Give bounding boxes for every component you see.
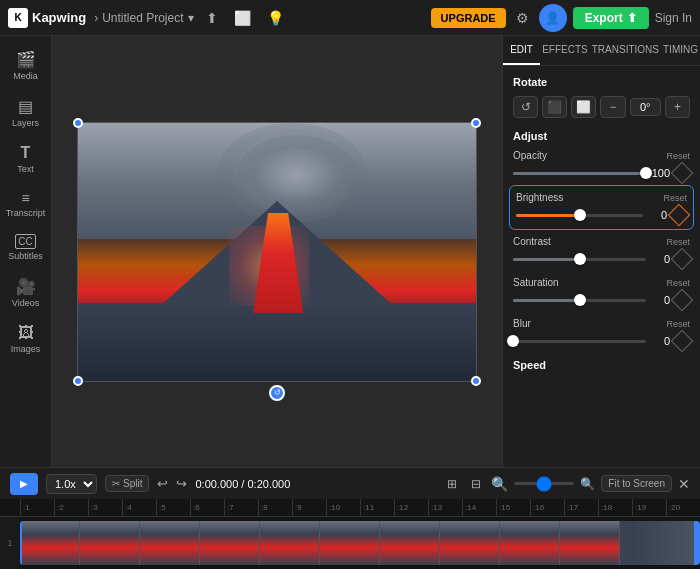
saturation-keyframe-button[interactable] (671, 289, 694, 312)
videos-icon: 🎥 (16, 277, 36, 296)
zoom-out-button[interactable]: 🔍 (491, 476, 508, 492)
clip-trim-icon[interactable]: ⊟ (467, 473, 485, 495)
opacity-keyframe-button[interactable] (671, 162, 694, 185)
share-icon[interactable]: ⬆ (202, 6, 222, 30)
flip-v-button[interactable]: ⬜ (571, 96, 596, 118)
export-button[interactable]: Export ⬆ (573, 7, 649, 29)
tab-edit[interactable]: EDIT (503, 36, 540, 65)
sidebar-item-transcript[interactable]: ≡ Transcript (4, 184, 48, 224)
contrast-slider[interactable] (513, 252, 646, 266)
saturation-reset[interactable]: Reset (666, 278, 690, 288)
ruler-mark: :8 (258, 499, 292, 517)
ruler-mark: :20 (666, 499, 700, 517)
sidebar-item-videos[interactable]: 🎥 Videos (4, 271, 48, 314)
ruler-mark: :2 (54, 499, 88, 517)
contrast-keyframe-button[interactable] (671, 248, 694, 271)
sidebar-item-images[interactable]: 🖼 Images (4, 318, 48, 360)
sidebar-item-layers[interactable]: ▤ Layers (4, 91, 48, 134)
split-label: Split (123, 478, 142, 489)
blur-reset[interactable]: Reset (666, 319, 690, 329)
blur-slider[interactable] (513, 334, 646, 348)
timeline-tracks: 1 (0, 517, 700, 569)
brightness-slider[interactable] (516, 208, 643, 222)
undo-button[interactable]: ↩ (157, 476, 168, 491)
handle-bottom-left[interactable] (73, 376, 83, 386)
bottom-bar: ▶ 1.0x 0.5x 1.5x 2.0x ✂ Split ↩ ↪ 0:00.0… (0, 467, 700, 499)
project-name[interactable]: Untitled Project (102, 11, 183, 25)
brightness-keyframe-button[interactable] (668, 204, 691, 227)
time-current: 0:00.000 (195, 478, 238, 490)
rotate-ccw-button[interactable]: ↺ (513, 96, 538, 118)
tab-effects[interactable]: EFFECTS (540, 36, 590, 65)
speed-section-title: Speed (513, 359, 690, 371)
canvas-area: ↺ (52, 36, 502, 467)
sidebar-item-label: Videos (12, 298, 39, 308)
tab-transitions[interactable]: TRANSITIONS (590, 36, 661, 65)
brightness-reset[interactable]: Reset (663, 193, 687, 203)
blur-row: Blur Reset 0 (513, 318, 690, 349)
track-frame (200, 521, 260, 565)
rotate-plus-button[interactable]: + (665, 96, 690, 118)
logo-icon: K (8, 8, 28, 28)
speed-section: Speed (513, 359, 690, 371)
fit-to-screen-button[interactable]: Fit to Screen (601, 475, 672, 492)
ruler-mark: :16 (530, 499, 564, 517)
layers-icon: ▤ (18, 97, 33, 116)
rotate-value: 0° (630, 98, 661, 116)
playhead[interactable] (20, 521, 22, 565)
ruler-mark: :4 (122, 499, 156, 517)
scissors-icon: ✂ (112, 478, 120, 489)
blur-value: 0 (650, 335, 670, 347)
frame-step-icon[interactable]: ⊞ (443, 473, 461, 495)
handle-top-right[interactable] (471, 118, 481, 128)
track-frame (20, 521, 80, 565)
app-name: Kapwing (32, 10, 86, 25)
opacity-reset[interactable]: Reset (666, 151, 690, 161)
signin-button[interactable]: Sign In (655, 11, 692, 25)
ruler-mark: :17 (564, 499, 598, 517)
speed-select[interactable]: 1.0x 0.5x 1.5x 2.0x (46, 474, 97, 494)
timeline-ruler: :1 :2 :3 :4 :5 :6 :7 :8 :9 :10 :11 :12 :… (0, 499, 700, 517)
track-thumbnail (20, 521, 700, 565)
flip-h-button[interactable]: ⬛ (542, 96, 567, 118)
ruler-mark: :18 (598, 499, 632, 517)
rotate-handle[interactable]: ↺ (269, 385, 285, 401)
track-numbers: 1 (0, 517, 20, 569)
blur-label: Blur (513, 318, 531, 329)
video-track[interactable] (20, 521, 700, 565)
saturation-slider[interactable] (513, 293, 646, 307)
sidebar-item-subtitles[interactable]: CC Subtitles (4, 228, 48, 267)
sidebar-item-label: Images (11, 344, 41, 354)
ruler-mark: :12 (394, 499, 428, 517)
bulb-icon[interactable]: 💡 (263, 6, 288, 30)
video-canvas[interactable]: ↺ (77, 122, 477, 382)
breadcrumb: › Untitled Project ▾ (94, 11, 193, 25)
close-timeline-button[interactable]: ✕ (678, 476, 690, 492)
preview-icon[interactable]: ⬜ (230, 6, 255, 30)
transcript-icon: ≡ (21, 190, 29, 206)
handle-top-left[interactable] (73, 118, 83, 128)
track-frame (320, 521, 380, 565)
handle-bottom-right[interactable] (471, 376, 481, 386)
chevron-down-icon[interactable]: ▾ (188, 11, 194, 25)
rotate-section-title: Rotate (513, 76, 690, 88)
settings-icon[interactable]: ⚙ (512, 6, 533, 30)
rotate-minus-button[interactable]: − (600, 96, 625, 118)
redo-button[interactable]: ↪ (176, 476, 187, 491)
tab-timing[interactable]: TIMING (661, 36, 700, 65)
contrast-reset[interactable]: Reset (666, 237, 690, 247)
track-end-handle[interactable] (694, 521, 700, 565)
sidebar-item-media[interactable]: 🎬 Media (4, 44, 48, 87)
blur-keyframe-button[interactable] (671, 330, 694, 353)
track-frame (440, 521, 500, 565)
track-content[interactable] (20, 517, 700, 569)
opacity-slider[interactable] (513, 166, 646, 180)
ruler-mark: :10 (326, 499, 360, 517)
sidebar-item-text[interactable]: T Text (4, 138, 48, 180)
play-button[interactable]: ▶ (10, 473, 38, 495)
zoom-slider[interactable] (514, 482, 574, 485)
zoom-in-button[interactable]: 🔍 (580, 477, 595, 491)
split-button[interactable]: ✂ Split (105, 475, 149, 492)
avatar[interactable]: 👤 (539, 4, 567, 32)
upgrade-button[interactable]: UPGRADE (431, 8, 506, 28)
